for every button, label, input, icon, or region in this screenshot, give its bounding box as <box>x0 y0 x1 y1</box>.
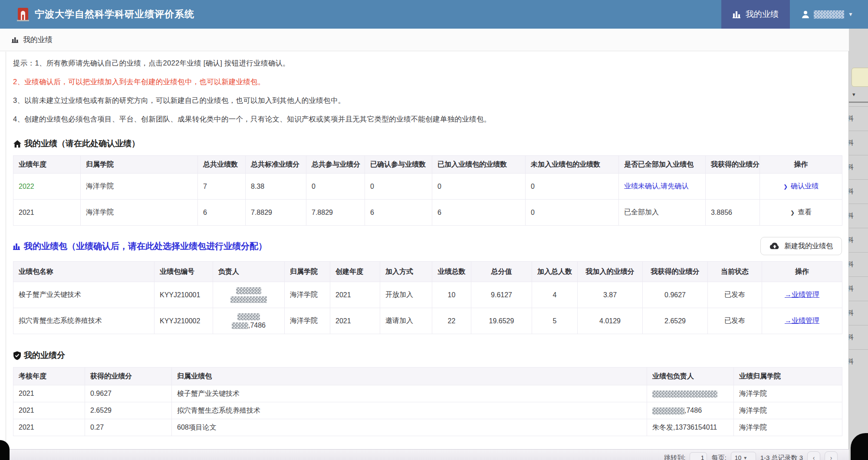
section-my-packages-title: 我的业绩包（业绩确认后，请在此处选择业绩包进行业绩分配） <box>13 240 267 252</box>
col-header: 业绩包名称 <box>13 262 155 282</box>
main-content: 提示：1、所有教师请先确认自己的业绩，点击2022年业绩 [确认] 按钮进行业绩… <box>6 52 849 460</box>
col-header: 获得的业绩分 <box>85 368 172 385</box>
background-window-sliver: ▾ 科 科 科 科 科 科 科 科 科 科 科 <box>848 29 868 460</box>
brand: 宁波大学自然科学科研业绩评价系统 <box>0 7 194 22</box>
chevron-right-icon: ❯ <box>783 184 788 190</box>
university-logo-icon <box>16 7 30 22</box>
col-header: 归属学院 <box>81 156 198 174</box>
col-header: 业绩包编号 <box>155 262 213 282</box>
table-header-row: 业绩包名称 业绩包编号 负责人 归属学院 创建年度 加入方式 业绩总数 总分值 … <box>13 262 842 282</box>
chevron-down-icon: ▼ <box>848 11 853 17</box>
jump-label: 跳转到: <box>664 454 685 460</box>
tip-line-2: 2、业绩确认后，可以把业绩加入到去年创建的业绩包中，也可以新建业绩包。 <box>13 77 842 87</box>
table-header-row: 业绩年度 归属学院 总共业绩数 总共标准业绩分 总共参与业绩分 已确认参与业绩数… <box>13 156 842 174</box>
col-header: 已确认参与业绩数 <box>365 156 432 174</box>
user-menu[interactable]: ▼ <box>790 0 868 29</box>
col-header: 业绩包负责人 <box>647 368 734 385</box>
col-header: 总共参与业绩分 <box>306 156 365 174</box>
user-name-redacted <box>814 10 844 19</box>
table-row: 2022 海洋学院 7 8.38 0 0 0 0 业绩未确认,请先确认 ❯确认业… <box>13 174 842 200</box>
bar-chart-icon <box>12 36 19 43</box>
col-header: 未加入业绩包的业绩数 <box>526 156 619 174</box>
view-link[interactable]: ❯查看 <box>790 208 812 216</box>
col-header: 负责人 <box>213 262 285 282</box>
manage-package-link[interactable]: →业绩管理 <box>785 291 819 298</box>
tip-line-1: 提示：1、所有教师请先确认自己的业绩，点击2022年业绩 [确认] 按钮进行业绩… <box>13 59 842 68</box>
app-window: 宁波大学自然科学科研业绩评价系统 我的业绩 <box>0 0 868 460</box>
record-range-text: 1-3 总记录数 3 <box>760 454 803 460</box>
arrow-right-icon: → <box>785 317 792 324</box>
chevron-down-icon: ▾ <box>744 455 746 460</box>
col-header: 总分值 <box>471 262 532 282</box>
chevron-down-icon: ▾ <box>849 87 868 102</box>
app-header: 宁波大学自然科学科研业绩评价系统 我的业绩 <box>0 0 868 29</box>
my-scores-table: 考核年度 获得的业绩分 归属业绩包 业绩包负责人 业绩归属学院 2021 0.9… <box>13 367 842 436</box>
background-row-fragment: 科 <box>849 349 868 374</box>
nav-my-performance-label: 我的业绩 <box>746 9 779 20</box>
manage-package-link[interactable]: →业绩管理 <box>785 317 819 324</box>
year-cell: 2021 <box>13 200 81 226</box>
table-row: 2021 0.27 608项目论文 朱冬发,13736154011 海洋学院 <box>13 419 842 436</box>
col-header: 加入总人数 <box>532 262 578 282</box>
chevron-right-icon: ❯ <box>790 210 795 216</box>
col-header: 当前状态 <box>708 262 762 282</box>
shield-check-icon <box>13 351 21 360</box>
per-page-label: 每页: <box>711 454 726 460</box>
background-row-fragment: 科 <box>849 252 868 276</box>
arrow-right-icon: → <box>785 291 792 298</box>
col-header: 业绩年度 <box>13 156 81 174</box>
background-row-fragment: 科 <box>849 325 868 349</box>
my-packages-table: 业绩包名称 业绩包编号 负责人 归属学院 创建年度 加入方式 业绩总数 总分值 … <box>13 261 842 334</box>
background-row-fragment: 科 <box>849 179 868 204</box>
table-row: 2021 2.6529 拟穴青蟹生态系统养殖技术 ,7486 海洋学院 <box>13 402 842 419</box>
col-header: 业绩归属学院 <box>734 368 842 385</box>
confirm-first-link[interactable]: 业绩未确认,请先确认 <box>624 182 688 190</box>
leader-redacted-cell: ,7486 <box>647 402 734 419</box>
background-row-fragment: 科 <box>849 276 868 301</box>
app-title: 宁波大学自然科学科研业绩评价系统 <box>35 8 194 21</box>
col-header: 总共业绩数 <box>198 156 246 174</box>
col-header: 我获得的业绩分 <box>706 156 760 174</box>
next-page-button[interactable]: › <box>825 451 838 460</box>
leader-redacted-cell <box>213 282 285 308</box>
page-jump-input[interactable] <box>690 452 707 460</box>
confirm-performance-link[interactable]: ❯确认业绩 <box>783 182 819 190</box>
col-header: 归属业绩包 <box>172 368 647 385</box>
background-row-fragment: 科 <box>849 204 868 228</box>
leader-cell-visible: 朱冬发,13736154011 <box>647 419 734 436</box>
background-input-fragment <box>852 68 868 87</box>
col-header: 总共标准业绩分 <box>246 156 306 174</box>
section-my-scores-title: 我的业绩分 <box>13 350 842 361</box>
col-header: 创建年度 <box>330 262 380 282</box>
background-row-fragment: 科 <box>849 106 868 131</box>
prev-page-button[interactable]: ‹ <box>807 451 820 460</box>
per-page-select[interactable]: 10 ▾ <box>731 452 756 460</box>
section-my-performance-title: 我的业绩（请在此处确认业绩） <box>13 138 842 149</box>
background-row-fragment: 科 <box>849 131 868 155</box>
background-row-fragment: 科 <box>849 301 868 325</box>
table-row: 拟穴青蟹生态系统养殖技术 KYYJ210002 ,7486 海洋学院 2021 … <box>13 308 842 334</box>
tip-line-3: 3、以前未建立过业绩包或有新的研究方向，可以新建自己的业绩包，也可以加入到其他人… <box>13 96 842 105</box>
col-header: 操作 <box>760 156 842 174</box>
new-package-button[interactable]: 新建我的业绩包 <box>760 237 842 255</box>
cloud-upload-icon <box>769 242 780 250</box>
col-header: 我加入的业绩分 <box>578 262 643 282</box>
leader-partial-text: ,7486 <box>684 407 702 414</box>
my-performance-table: 业绩年度 归属学院 总共业绩数 总共标准业绩分 总共参与业绩分 已确认参与业绩数… <box>13 155 842 226</box>
bar-chart-icon <box>733 10 741 18</box>
year-cell: 2022 <box>13 174 81 200</box>
col-header: 业绩总数 <box>432 262 471 282</box>
col-header: 归属学院 <box>285 262 330 282</box>
col-header: 是否已全部加入业绩包 <box>619 156 706 174</box>
col-header: 我获得的业绩分 <box>643 262 708 282</box>
background-row-fragment: 科 <box>849 228 868 252</box>
home-icon <box>13 140 22 148</box>
tip-line-4: 4、创建的业绩包必须包含项目、平台、创新团队、成果转化类中的一个，只有论文、知识… <box>13 115 842 124</box>
col-header: 加入方式 <box>380 262 432 282</box>
table-row: 梭子蟹产业关键技术 KYYJ210001 海洋学院 2021 开放加入 10 9… <box>13 282 842 308</box>
col-header: 考核年度 <box>13 368 85 385</box>
nav-my-performance[interactable]: 我的业绩 <box>721 0 790 29</box>
breadcrumb: 我的业绩 <box>0 29 849 51</box>
table-header-row: 考核年度 获得的业绩分 归属业绩包 业绩包负责人 业绩归属学院 <box>13 368 842 385</box>
leader-redacted-cell: ,7486 <box>213 308 285 334</box>
